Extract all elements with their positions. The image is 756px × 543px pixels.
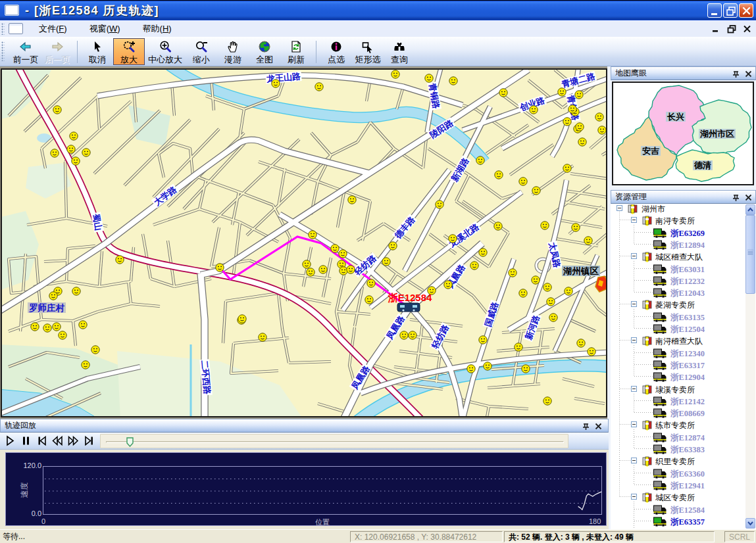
- tree-row[interactable]: 浙E12340: [611, 347, 746, 359]
- toolbar-button-arrow-left[interactable]: 前一页: [10, 38, 41, 65]
- toolbar-button-zoom-center[interactable]: 中心放大: [145, 38, 186, 65]
- tree-row[interactable]: 浙E63360: [611, 467, 746, 479]
- mdi-restore-button[interactable]: [727, 24, 736, 34]
- toolbar-button-rect-select[interactable]: 矩形选: [352, 38, 384, 65]
- skip-end-button[interactable]: [82, 433, 97, 448]
- tree-vehicle-label[interactable]: 浙E12504: [670, 324, 705, 335]
- tree-vehicle-label[interactable]: 浙E63317: [670, 360, 705, 371]
- tree-row[interactable]: 南浔专卖所: [611, 214, 746, 226]
- tree-vehicle-label[interactable]: 浙E12874: [670, 433, 705, 444]
- pin-icon[interactable]: [732, 69, 740, 78]
- tree-group-label[interactable]: 城区稽查大队: [655, 252, 703, 263]
- minimize-button[interactable]: [707, 3, 722, 18]
- rewind-button[interactable]: [50, 433, 65, 448]
- tree-row[interactable]: 浙E12043: [611, 287, 746, 298]
- scroll-down-button[interactable]: [745, 518, 755, 529]
- tree-row[interactable]: 浙E12504: [611, 323, 746, 335]
- tree-root-label[interactable]: 湖州市: [642, 204, 665, 215]
- tree-row[interactable]: 浙E63317: [611, 359, 746, 371]
- tree-row[interactable]: 埭溪专卖所: [611, 383, 746, 395]
- tree-vehicle-label[interactable]: 浙E63360: [670, 469, 705, 480]
- tree-row[interactable]: 城区专卖所: [611, 491, 746, 503]
- tree-row[interactable]: 浙E09387: [611, 527, 746, 529]
- tree-vehicle-label[interactable]: 浙E08669: [670, 408, 705, 419]
- tree-row[interactable]: 浙E63269: [611, 227, 746, 239]
- tree-vehicle-label[interactable]: 浙E12584: [670, 505, 705, 516]
- tree-row[interactable]: 浙E12232: [611, 275, 746, 287]
- tree-group-label[interactable]: 南浔稽查大队: [655, 336, 703, 347]
- close-panel-icon[interactable]: [594, 421, 603, 430]
- tree-group-label[interactable]: 埭溪专卖所: [655, 385, 695, 396]
- mdi-document-icon[interactable]: [9, 23, 23, 34]
- pause-button[interactable]: [18, 433, 34, 448]
- toolbar-button-info-select[interactable]: 点选: [320, 38, 352, 65]
- tree-row[interactable]: 浙E12941: [611, 479, 746, 491]
- toolbar-button-zoom-out[interactable]: 缩小: [186, 38, 217, 65]
- eagle-eye-map[interactable]: 长兴湖州市区安吉德清: [612, 82, 754, 185]
- tree-group-label[interactable]: 菱湖专卖所: [655, 300, 695, 311]
- tree-group-label[interactable]: 南浔专卖所: [655, 216, 695, 227]
- tree-row[interactable]: 浙E63357: [611, 515, 746, 527]
- playback-slider[interactable]: [100, 434, 568, 448]
- play-button[interactable]: [3, 433, 18, 448]
- tree-row[interactable]: 浙E63031: [611, 263, 746, 275]
- tree-vehicle-label[interactable]: 浙E63135: [670, 312, 705, 323]
- menu-item-W[interactable]: 视窗(W): [83, 21, 127, 37]
- tree-vehicle-label[interactable]: 浙E12894: [670, 240, 705, 251]
- toolbar-button-zoom-in[interactable]: 放大: [113, 38, 145, 65]
- fast-forward-button[interactable]: [66, 433, 81, 448]
- tree-vehicle-label[interactable]: 浙E12904: [670, 372, 705, 383]
- toolbar-button-globe[interactable]: 全图: [249, 38, 280, 65]
- pin-icon[interactable]: [732, 193, 740, 201]
- mdi-close-button[interactable]: [743, 24, 752, 34]
- skip-start-button[interactable]: [34, 433, 49, 448]
- tree-vehicle-label[interactable]: 浙E63357: [670, 517, 705, 528]
- close-button[interactable]: [739, 3, 753, 18]
- menu-item-F[interactable]: 文件(F): [32, 21, 74, 37]
- tree-row[interactable]: 浙E63383: [611, 443, 746, 455]
- tree-group-label[interactable]: 城区专卖所: [655, 492, 695, 504]
- tree-row[interactable]: 浙E08669: [611, 407, 746, 419]
- tree-scrollbar[interactable]: [745, 204, 755, 529]
- toolbar-button-refresh[interactable]: 刷新: [280, 38, 312, 65]
- toolbar-button-binoculars[interactable]: 查询: [384, 38, 415, 65]
- menu-item-H[interactable]: 帮助(H): [136, 21, 178, 37]
- toolbar-button-cursor[interactable]: 取消: [82, 38, 113, 65]
- tree-vehicle-label[interactable]: 浙E63031: [670, 264, 705, 275]
- tree-row[interactable]: 浙E12142: [611, 395, 746, 407]
- tree-row[interactable]: 浙E12904: [611, 371, 746, 383]
- toolbar-grip[interactable]: [1, 41, 5, 61]
- mdi-minimize-button[interactable]: [711, 24, 720, 34]
- tree-vehicle-label[interactable]: 浙E12232: [670, 276, 705, 287]
- scroll-up-button[interactable]: [745, 204, 755, 215]
- slider-thumb[interactable]: [126, 437, 134, 447]
- pin-icon[interactable]: [582, 421, 590, 430]
- scrollbar-thumb[interactable]: [745, 215, 755, 294]
- toolbar-button-pan-hand[interactable]: 漫游: [217, 38, 249, 65]
- tree-vehicle-label[interactable]: 浙E12941: [670, 481, 705, 492]
- tree-row[interactable]: 练市专卖所: [611, 419, 746, 431]
- tree-row[interactable]: 浙E12584: [611, 504, 746, 515]
- tree-vehicle-label[interactable]: 浙E12340: [670, 348, 705, 360]
- tree-row[interactable]: 浙E12874: [611, 431, 746, 443]
- tree-group-label[interactable]: 织里专卖所: [655, 456, 695, 467]
- tree-row[interactable]: 浙E63135: [611, 311, 746, 323]
- toolbar-button-arrow-right[interactable]: 后一页: [41, 38, 73, 65]
- map-viewport[interactable]: 龙王山路青塘二路创业路青年路青铜路陵阳路新湖路大学路德丰路龙溪北路轻纺路轻纺路太…: [1, 68, 607, 417]
- tree-row[interactable]: 织里专卖所: [611, 455, 746, 467]
- tree-vehicle-label[interactable]: 浙E63269: [670, 228, 705, 239]
- tree-group-label[interactable]: 练市专卖所: [655, 420, 695, 431]
- tree-vehicle-label[interactable]: 浙E12142: [670, 396, 705, 408]
- tree-row[interactable]: 城区稽查大队: [611, 250, 746, 262]
- menubar-grip[interactable]: [1, 23, 5, 35]
- restore-button[interactable]: [723, 3, 738, 18]
- tree-vehicle-label[interactable]: 浙E12043: [670, 288, 705, 299]
- tree-vehicle-label[interactable]: 浙E63383: [670, 444, 705, 456]
- chart-ymax-label: 120.0: [9, 461, 41, 469]
- close-panel-icon[interactable]: [744, 69, 753, 78]
- tree-row[interactable]: 浙E12894: [611, 239, 746, 250]
- tree-row[interactable]: 南浔稽查大队: [611, 335, 746, 346]
- tree-row[interactable]: 湖州市: [611, 204, 746, 214]
- close-panel-icon[interactable]: [744, 193, 753, 201]
- tree-row[interactable]: 菱湖专卖所: [611, 298, 746, 310]
